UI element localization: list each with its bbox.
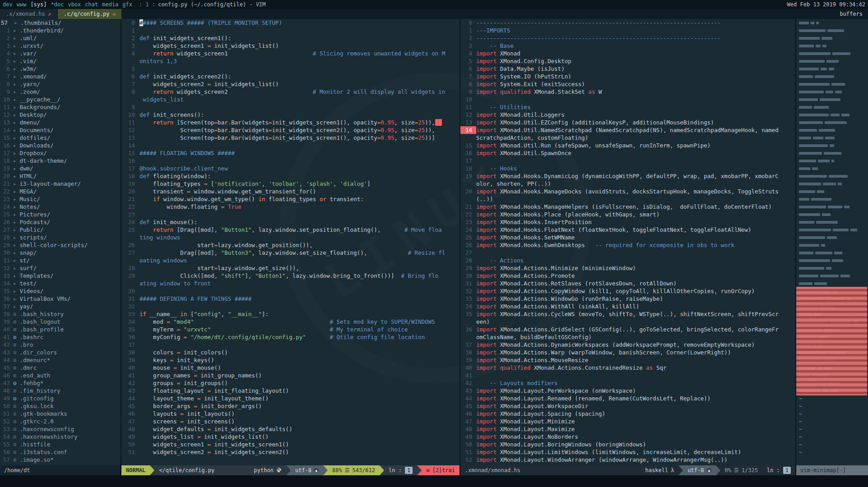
tmux-window[interactable]: *doc — [51, 1, 64, 8]
code-line[interactable]: 3 widgets_screen1 = init_widgets_list() — [121, 42, 460, 50]
tree-item[interactable]: 26▸Podcasts/ — [0, 218, 121, 226]
tree-item[interactable]: 43≡.dir_colors — [0, 349, 121, 356]
code-line[interactable]: 24import XMonad.Hooks.FloatNext (floatNe… — [460, 226, 795, 234]
code-line[interactable]: 46 layouts = init_layouts() — [121, 410, 460, 418]
minimap-viewport[interactable] — [796, 287, 867, 395]
tree-item[interactable]: 5▸.vim/ — [0, 57, 121, 65]
tree-item[interactable]: 53≡.haxornewsconfig — [0, 425, 121, 433]
code-line[interactable]: 43 floating_layout = init_floating_layou… — [121, 387, 460, 395]
code-line[interactable]: 15##### FLOATING WINDOWS ##### — [121, 149, 460, 157]
pane-divider[interactable] — [795, 19, 796, 465]
code-line[interactable]: 40import qualified XMonad.Actions.Constr… — [460, 364, 795, 372]
tmux-window[interactable]: media — [102, 1, 118, 8]
code-line[interactable]: 32 — [121, 303, 460, 310]
code-line[interactable]: 0---------------------------------------… — [460, 19, 795, 27]
code-line[interactable]: 10 — [460, 96, 795, 103]
code-line[interactable]: 10def init_screens(): — [121, 111, 460, 119]
close-icon[interactable]: ✗ — [48, 11, 51, 17]
tree-item[interactable]: 48≡.fim_history — [0, 387, 121, 395]
tree-item[interactable]: 31▸st/ — [0, 257, 121, 264]
modified-icon[interactable]: ⊕ — [112, 11, 116, 17]
code-line[interactable]: (..)) — [460, 195, 795, 203]
tree-item[interactable]: 30▸snap/ — [0, 249, 121, 257]
code-line[interactable]: 9 — [121, 103, 460, 111]
code-line[interactable]: 50import XMonad.Layout.BoringWindows (bo… — [460, 441, 795, 448]
tree-item[interactable]: 56≡.i3status.conf — [0, 448, 121, 456]
pane-divider[interactable] — [121, 19, 121, 465]
code-line[interactable]: widgets_list — [121, 96, 460, 103]
file-tree-pane[interactable]: 57▸.thumbnails/1▸.thunderbird/2▸.uml/3▸.… — [0, 19, 121, 465]
tree-item[interactable]: 38≡.bash_history — [0, 310, 121, 318]
code-line[interactable]: 17@hook.subscribe.client_new — [121, 165, 460, 172]
code-line[interactable]: 33if __name__ in ["config", "__main__"]: — [121, 310, 460, 318]
tree-item[interactable]: 7▸.xmonad/ — [0, 73, 121, 80]
code-line[interactable]: 7import System.IO (hPutStrLn) — [460, 73, 795, 80]
code-line[interactable]: 44import XMonad.Layout.Renamed (renamed,… — [460, 395, 795, 402]
minimap-pane[interactable]: ~~~~~~~~ — [796, 19, 868, 465]
tree-item[interactable]: 18▸dt-dark-theme/ — [0, 157, 121, 165]
tree-item[interactable]: 51≡.gtk-bookmarks — [0, 410, 121, 418]
code-line[interactable]: 21import XMonad.Hooks.ManageHelpers (isF… — [460, 203, 795, 211]
code-line[interactable]: 36 myConfig = "/home/dt/.config/qtile/co… — [121, 333, 460, 341]
code-line[interactable]: 29import XMonad.Actions.Minimize (minimi… — [460, 264, 795, 272]
code-line[interactable]: 11 -- Utilities — [460, 103, 795, 111]
xmonad-hs-pane[interactable]: 0---------------------------------------… — [460, 19, 795, 465]
code-line[interactable]: 15import XMonad.Util.Run (safeSpawn, uns… — [460, 142, 795, 149]
code-line[interactable]: 18 -- Hooks — [460, 165, 795, 172]
code-line[interactable]: 1 — [121, 27, 460, 34]
tmux-window[interactable]: chat — [85, 1, 98, 8]
code-line[interactable]: 28 -- Actions — [460, 257, 795, 264]
tree-item[interactable]: 4▸.var/ — [0, 50, 121, 57]
tree-item[interactable]: 16▸Downloads/ — [0, 142, 121, 149]
tmux-window[interactable]: [sys] — [30, 1, 46, 8]
code-line[interactable]: 8 return widgets_screen2 # Monitor 2 wil… — [121, 88, 460, 96]
code-line[interactable]: 41 — [460, 372, 795, 379]
tree-item[interactable]: 25▸Pictures/ — [0, 211, 121, 218]
code-line[interactable]: 30 — [121, 287, 460, 295]
code-line[interactable]: 39import XMonad.Actions.MouseResize — [460, 356, 795, 364]
code-line[interactable]: 35 myTerm = "urxvtc" # My terminal of ch… — [121, 326, 460, 333]
tree-item[interactable]: 57≡.image.so* — [0, 456, 121, 464]
code-line[interactable]: 4import XMonad — [460, 50, 795, 57]
tree-item[interactable]: 44≡.dmenurc* — [0, 356, 121, 364]
tree-item[interactable]: 23▸Music/ — [0, 195, 121, 203]
code-line[interactable]: 26 start=lazy.window.get_position()), — [121, 241, 460, 249]
code-line[interactable]: 49import XMonad.Layout.NoBorders — [460, 433, 795, 441]
tree-item[interactable]: 9▸.zoom/ — [0, 88, 121, 96]
code-line[interactable]: 0##### SCREENS ##### (TRIPLE MONITOR SET… — [121, 19, 460, 27]
code-line[interactable]: ting windows — [121, 234, 460, 241]
code-line[interactable]: 45import XMonad.Layout.WorkspaceDir — [460, 402, 795, 410]
tab-active[interactable]: .c/q/config.py⊕ — [58, 9, 121, 19]
code-line[interactable]: ScratchpadAction, customFloating) — [460, 134, 795, 142]
code-line[interactable]: 20import XMonad.Hooks.ManageDocks (avoid… — [460, 188, 795, 195]
tree-item[interactable]: 3▸.urxvt/ — [0, 42, 121, 50]
tree-item[interactable]: 6▸.w3m/ — [0, 65, 121, 73]
code-line[interactable]: 42 -- Layouts modifiers — [460, 379, 795, 387]
code-line[interactable]: 51 widgets_screen2 = init_widgets_screen… — [121, 448, 460, 456]
tree-item[interactable]: 28▸scripts/ — [0, 234, 121, 241]
code-line[interactable]: 41 group_names = init_group_names() — [121, 372, 460, 379]
code-line[interactable]: 46import XMonad.Layout.Spacing (spacing) — [460, 410, 795, 418]
code-line[interactable]: 25import XMonad.Hooks.SetWMName — [460, 234, 795, 241]
code-line[interactable]: 11 return [Screen(top=bar.Bar(widgets=in… — [121, 119, 460, 126]
code-line[interactable]: 7 widgets_screen2 = init_widgets_list() — [121, 80, 460, 88]
code-line[interactable]: 2---------------------------------------… — [460, 34, 795, 42]
tree-item[interactable]: 24▸Notes/ — [0, 203, 121, 211]
tree-item[interactable]: 2▸.uml/ — [0, 34, 121, 42]
code-line[interactable]: ating window to front — [121, 280, 460, 287]
tree-item[interactable]: 47⚙.fehbg* — [0, 379, 121, 387]
code-line[interactable]: 6import Data.Maybe (isJust) — [460, 65, 795, 73]
code-line[interactable]: 48import XMonad.Layout.Maximize — [460, 425, 795, 433]
code-line[interactable]: 50 widgets_screen1 = init_widgets_screen… — [121, 441, 460, 448]
code-line[interactable]: 18def floating(window): — [121, 172, 460, 180]
tree-item[interactable]: 37▸yay/ — [0, 303, 121, 310]
code-line[interactable]: olor, shorten, PP(..)) — [460, 180, 795, 188]
code-line[interactable]: 13 Screen(top=bar.Bar(widgets=init_widge… — [121, 134, 460, 142]
code-line[interactable]: 24def init_mouse(): — [121, 218, 460, 226]
code-line[interactable]: 34 mod = "mod4" # Sets mod key to SUPER/… — [121, 318, 460, 326]
code-line[interactable]: 22 window.floating = True — [121, 203, 460, 211]
code-line[interactable]: 47import XMonad.Layout.Minimize — [460, 418, 795, 425]
code-line[interactable]: 5import XMonad.Config.Desktop — [460, 57, 795, 65]
code-line[interactable]: 25 return [Drag([mod], "Button1", lazy.w… — [121, 226, 460, 234]
tree-item[interactable]: 27▸Public/ — [0, 226, 121, 234]
